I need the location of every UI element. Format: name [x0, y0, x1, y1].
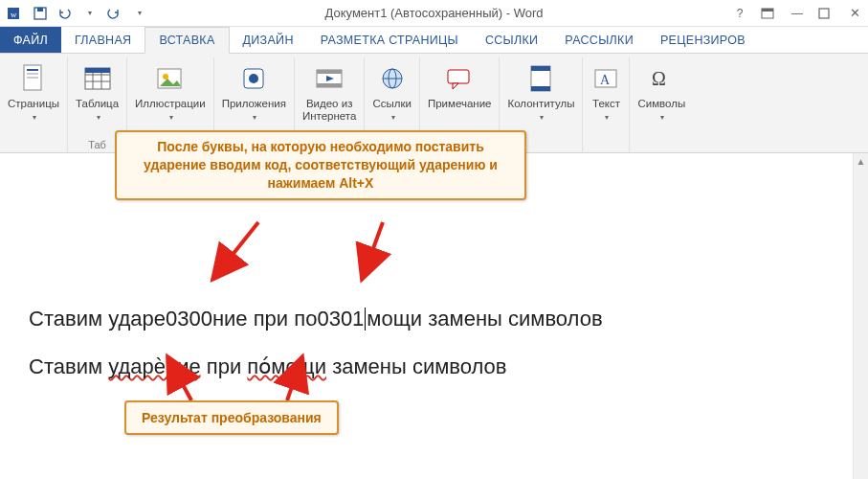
document-line-2: Ставим ударѐние при по́мощи замены симво…	[29, 354, 830, 379]
svg-rect-8	[27, 69, 38, 71]
line2-d-misspelled: по́мощи	[247, 354, 326, 378]
table-icon	[82, 63, 113, 94]
ribbon-label: Видео из Интернета	[302, 98, 356, 123]
save-icon[interactable]	[31, 4, 50, 23]
svg-rect-3	[37, 8, 43, 11]
quick-access-toolbar: w ▾ ▾	[6, 4, 149, 23]
undo-dropdown-icon[interactable]: ▾	[80, 4, 100, 23]
line2-b-misspelled: ударѐние	[108, 354, 201, 378]
ribbon-group-symbols[interactable]: Ω Символы▾	[630, 57, 693, 152]
ribbon-label: Ссылки▾	[372, 98, 412, 123]
tab-design[interactable]: ДИЗАЙН	[230, 27, 307, 53]
svg-rect-30	[531, 86, 550, 91]
close-icon[interactable]: ✕	[847, 6, 862, 20]
ribbon-label: Иллюстрации▾	[135, 98, 206, 123]
ribbon-tabs: ФАЙЛ ГЛАВНАЯ ВСТАВКА ДИЗАЙН РАЗМЕТКА СТР…	[0, 27, 868, 54]
svg-text:A: A	[600, 73, 611, 87]
line1-prefix: Ставим ударе0300ние при по0301	[29, 307, 364, 331]
line1-suffix: мощи замены символов	[367, 307, 602, 331]
video-icon	[314, 63, 345, 94]
line2-c: при	[201, 354, 248, 378]
ribbon-display-options-icon[interactable]	[761, 8, 776, 19]
svg-rect-9	[27, 73, 38, 75]
maximize-icon[interactable]	[818, 8, 834, 19]
help-icon[interactable]: ?	[732, 7, 747, 20]
svg-rect-27	[448, 70, 469, 83]
svg-point-18	[163, 74, 168, 80]
tab-home[interactable]: ГЛАВНАЯ	[61, 27, 145, 53]
redo-icon[interactable]	[105, 4, 124, 23]
line2-a: Ставим	[29, 354, 108, 378]
ribbon-label: Символы▾	[637, 98, 685, 123]
tab-layout[interactable]: РАЗМЕТКА СТРАНИЦЫ	[307, 27, 472, 53]
ribbon-label: Примечание	[428, 98, 492, 110]
tab-references[interactable]: ССЫЛКИ	[472, 27, 551, 53]
pictures-icon	[155, 63, 186, 94]
tab-insert[interactable]: ВСТАВКА	[145, 27, 229, 54]
apps-icon	[238, 63, 269, 94]
ribbon-label: Страницы▾	[8, 98, 59, 123]
svg-rect-23	[317, 83, 342, 87]
ribbon-group-text[interactable]: A Текст▾	[583, 57, 630, 152]
svg-text:Ω: Ω	[652, 68, 666, 89]
svg-rect-5	[762, 9, 773, 11]
link-icon	[377, 63, 408, 94]
word-logo-icon: w	[6, 4, 25, 23]
ribbon-label: Текст▾	[592, 98, 620, 123]
symbol-icon: Ω	[646, 63, 677, 94]
textbox-icon: A	[590, 63, 621, 94]
svg-rect-16	[85, 68, 110, 73]
undo-icon[interactable]	[56, 4, 75, 23]
callout-result: Результат преобразования	[124, 400, 339, 435]
minimize-icon[interactable]: —	[790, 7, 805, 20]
vertical-scrollbar[interactable]: ▲	[853, 153, 868, 479]
group-footer: Таб	[88, 139, 106, 150]
svg-rect-22	[317, 70, 342, 74]
window-controls: ? — ✕	[732, 6, 862, 20]
customize-qat-icon[interactable]: ▾	[130, 4, 149, 23]
line2-e: замены символов	[326, 354, 506, 378]
svg-rect-10	[27, 77, 38, 79]
callout-instruction: После буквы, на которую необходимо поста…	[115, 130, 526, 200]
svg-rect-6	[819, 9, 829, 18]
header-footer-icon	[525, 63, 556, 94]
svg-text:w: w	[11, 10, 17, 19]
ribbon-group-pages[interactable]: Страницы▾	[0, 57, 68, 152]
pages-icon	[18, 63, 49, 94]
tab-mailings[interactable]: РАССЫЛКИ	[551, 27, 647, 53]
comment-icon	[444, 63, 475, 94]
svg-point-20	[249, 74, 258, 83]
document-line-1: Ставим ударе0300ние при по0301мощи замен…	[29, 307, 830, 331]
ribbon-label: Таблица▾	[76, 98, 119, 123]
svg-rect-29	[531, 66, 550, 71]
document-page[interactable]: Ставим ударе0300ние при по0301мощи замен…	[11, 182, 847, 431]
tab-review[interactable]: РЕЦЕНЗИРОВ	[647, 27, 759, 53]
tab-file[interactable]: ФАЙЛ	[0, 27, 61, 53]
scroll-up-icon[interactable]: ▲	[854, 153, 868, 169]
ribbon-label: Колонтитулы▾	[507, 98, 574, 123]
ribbon-label: Приложения▾	[222, 98, 286, 123]
title-bar: w ▾ ▾ Документ1 (Автосохраненный) - Word…	[0, 0, 868, 27]
